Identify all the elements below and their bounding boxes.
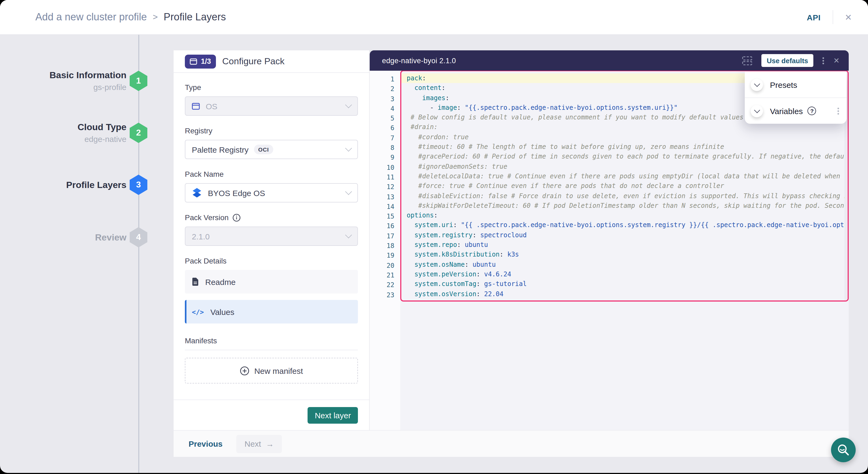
- step-label: Basic Information: [50, 69, 126, 82]
- info-icon[interactable]: [232, 214, 240, 221]
- new-manifest-label: New manifest: [254, 366, 303, 375]
- configure-pack-body: Type OS Registry Palette Registry OCI Pa…: [174, 73, 369, 400]
- top-header: Add a new cluster profile > Profile Laye…: [0, 0, 868, 35]
- code-line[interactable]: #ignoreDaemonSets: true: [401, 161, 848, 171]
- step-sub-label: gs-profile: [50, 82, 126, 93]
- code-line[interactable]: #force: true # Continue even if there ar…: [401, 181, 848, 191]
- chevron-down-icon[interactable]: [751, 105, 763, 117]
- line-number: 16: [370, 221, 400, 231]
- editor-header: edge-native-byoi 2.1.0 Use defaults ✕: [370, 50, 849, 71]
- kebab-menu-icon[interactable]: [823, 60, 824, 61]
- code-line[interactable]: system.peVersion: v4.6.24: [401, 270, 848, 279]
- step-label: Profile Layers: [66, 179, 126, 191]
- code-line[interactable]: #deleteLocalData: true # Continue even i…: [401, 171, 848, 181]
- document-icon: [192, 278, 199, 286]
- help-question-icon[interactable]: ?: [808, 106, 816, 115]
- registry-select[interactable]: Palette Registry OCI: [185, 140, 358, 159]
- code-line[interactable]: system.registry: spectrocloud: [401, 230, 848, 240]
- pack-version-select[interactable]: 2.1.0: [185, 226, 358, 246]
- values-tab[interactable]: </> Values: [185, 300, 358, 323]
- close-icon[interactable]: ✕: [845, 12, 852, 22]
- manifests-divider: [185, 350, 358, 350]
- arrow-right-icon: →: [266, 439, 274, 448]
- line-number: 18: [370, 241, 400, 251]
- line-number: 12: [370, 182, 400, 192]
- configure-pack-footer: Next layer: [174, 400, 369, 430]
- breadcrumb-separator-icon: >: [153, 12, 158, 22]
- step-label: Review: [95, 231, 126, 244]
- line-number: 13: [370, 192, 400, 202]
- type-label: Type: [185, 83, 358, 92]
- line-number: 6: [370, 123, 400, 133]
- pack-name-label: Pack Name: [185, 170, 358, 178]
- line-number: 15: [370, 212, 400, 221]
- page-title: Configure Pack: [222, 56, 284, 67]
- line-number: 3: [370, 94, 400, 104]
- code-line[interactable]: system.osName: ubuntu: [401, 259, 848, 270]
- pack-details-label: Pack Details: [185, 257, 358, 265]
- code-line[interactable]: system.uri: "{{ .spectro.pack.edge-nativ…: [401, 220, 848, 230]
- line-number: 22: [370, 280, 400, 290]
- stepper-step[interactable]: Basic Informationgs-profile1: [0, 71, 156, 91]
- chevron-down-icon: [345, 101, 352, 108]
- variables-row[interactable]: Variables ?: [745, 97, 846, 124]
- step-label: Cloud Type: [78, 121, 126, 133]
- line-number: 10: [370, 163, 400, 172]
- type-value: OS: [206, 101, 217, 110]
- editor-body: 1234567891011121314151617181920212223 pa…: [370, 71, 849, 430]
- pack-version-label-text: Pack Version: [185, 213, 228, 222]
- search-fab[interactable]: [831, 438, 856, 462]
- new-manifest-button[interactable]: New manifest: [185, 358, 358, 383]
- oci-badge: OCI: [254, 145, 273, 154]
- pack-version-label: Pack Version: [185, 213, 358, 222]
- pack-name-select[interactable]: BYOS Edge OS: [185, 183, 358, 202]
- presets-variables-panel: Presets Variables ?: [745, 72, 846, 124]
- stepper-line: [138, 35, 139, 473]
- pack-values-editor: edge-native-byoi 2.1.0 Use defaults ✕ 12…: [370, 50, 849, 430]
- manifests-label: Manifests: [185, 336, 358, 345]
- readme-tab[interactable]: Readme: [185, 270, 358, 293]
- previous-button[interactable]: Previous: [189, 439, 223, 448]
- line-number: 14: [370, 202, 400, 212]
- stepper-step[interactable]: Cloud Typeedge-native2: [0, 123, 156, 143]
- line-number: 20: [370, 260, 400, 271]
- code-line[interactable]: #disableEviction: false # Force drain to…: [401, 191, 848, 201]
- code-line[interactable]: #gracePeriod: 60 # Period of time in sec…: [401, 152, 848, 162]
- line-number: 11: [370, 172, 400, 182]
- kebab-menu-icon[interactable]: [837, 110, 839, 112]
- next-layer-button[interactable]: Next layer: [308, 407, 358, 423]
- code-line[interactable]: #cordon: true: [401, 132, 848, 142]
- configure-pack-header: 1/3 Configure Pack: [174, 50, 369, 73]
- stepper-step[interactable]: Review4: [0, 227, 156, 248]
- api-link[interactable]: API: [807, 12, 820, 22]
- use-defaults-button[interactable]: Use defaults: [762, 54, 814, 67]
- configure-pack-panel: 1/3 Configure Pack Type OS Registry Pale…: [174, 50, 369, 430]
- presets-label: Presets: [770, 80, 797, 89]
- code-line[interactable]: system.osVersion: 22.04: [401, 289, 848, 299]
- code-line[interactable]: #drain:: [401, 122, 848, 132]
- chevron-down-icon[interactable]: [751, 78, 763, 91]
- diff-view-icon[interactable]: [742, 56, 752, 65]
- next-button[interactable]: Next →: [237, 435, 282, 453]
- line-number: 4: [370, 104, 400, 114]
- step-count-badge: 1/3: [185, 54, 216, 68]
- plus-circle-icon: [240, 366, 249, 375]
- type-select[interactable]: OS: [185, 96, 358, 116]
- code-line[interactable]: system.repo: ubuntu: [401, 240, 848, 250]
- line-number: 17: [370, 231, 400, 241]
- presets-row[interactable]: Presets: [745, 72, 846, 97]
- code-line[interactable]: options:: [401, 211, 848, 220]
- editor-close-icon[interactable]: ✕: [833, 56, 840, 65]
- code-line[interactable]: system.customTag: gs-tutorial: [401, 279, 848, 289]
- line-number: 19: [370, 251, 400, 261]
- step-number-badge: 3: [130, 175, 147, 195]
- code-line[interactable]: system.k8sDistribution: k3s: [401, 250, 848, 260]
- editor-gutter: 1234567891011121314151617181920212223: [370, 71, 400, 430]
- code-line[interactable]: #timeout: 60 # The length of time to wai…: [401, 142, 848, 152]
- step-count-label: 1/3: [201, 57, 211, 65]
- breadcrumb-parent[interactable]: Add a new cluster profile: [35, 11, 147, 23]
- line-number: 23: [370, 290, 400, 300]
- stepper-step[interactable]: Profile Layers3: [0, 175, 156, 195]
- line-number: 21: [370, 271, 400, 280]
- code-line[interactable]: #skipWaitForDeleteTimeout: 60 # If pod D…: [401, 201, 848, 211]
